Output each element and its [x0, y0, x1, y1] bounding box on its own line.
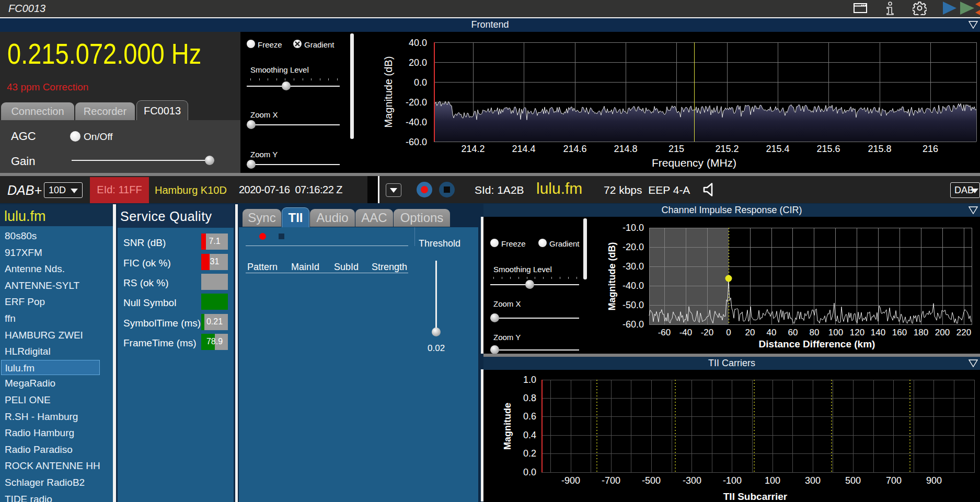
svg-text:100: 100 [828, 328, 843, 337]
svg-text:-100: -100 [723, 475, 742, 486]
svg-text:200: 200 [935, 328, 950, 337]
svg-text:-50.0: -50.0 [622, 300, 644, 310]
svg-text:Magnitude (dB): Magnitude (dB) [607, 242, 617, 311]
svg-text:-20: -20 [701, 328, 714, 337]
svg-text:0: 0 [726, 328, 731, 337]
svg-text:180: 180 [914, 328, 928, 337]
svg-text:-20.0: -20.0 [406, 97, 427, 108]
svg-text:120: 120 [850, 328, 864, 337]
svg-text:214.4: 214.4 [512, 144, 535, 154]
svg-text:-60.0: -60.0 [622, 319, 644, 330]
svg-text:215.6: 215.6 [816, 144, 840, 154]
svg-text:216: 216 [923, 144, 938, 154]
svg-text:1.0: 1.0 [523, 375, 536, 385]
svg-text:215.4: 215.4 [766, 144, 789, 154]
svg-text:214.2: 214.2 [461, 144, 485, 154]
svg-text:140: 140 [871, 328, 885, 337]
svg-text:160: 160 [892, 328, 907, 337]
svg-text:0.8: 0.8 [523, 393, 536, 403]
svg-text:60: 60 [788, 328, 798, 337]
svg-text:80: 80 [810, 328, 820, 337]
svg-text:40.0: 40.0 [409, 38, 427, 48]
svg-text:0.0: 0.0 [414, 77, 427, 88]
svg-text:214.6: 214.6 [563, 144, 586, 154]
svg-text:-700: -700 [602, 475, 620, 486]
svg-text:215.8: 215.8 [868, 144, 891, 154]
svg-text:0.4: 0.4 [523, 430, 536, 440]
svg-text:215: 215 [668, 144, 684, 154]
svg-text:500: 500 [845, 475, 861, 486]
svg-text:Distance Difference (km): Distance Difference (km) [759, 338, 875, 349]
svg-text:300: 300 [805, 475, 821, 486]
svg-text:900: 900 [926, 475, 942, 486]
svg-text:0.0: 0.0 [523, 467, 536, 477]
svg-text:-60.0: -60.0 [406, 137, 427, 147]
svg-text:-60: -60 [658, 328, 671, 337]
svg-text:-30.0: -30.0 [622, 261, 644, 272]
svg-text:20.0: 20.0 [409, 57, 427, 68]
svg-text:-10.0: -10.0 [622, 223, 644, 233]
svg-text:214.8: 214.8 [614, 144, 637, 154]
svg-text:Magnitude: Magnitude [502, 403, 513, 450]
svg-text:-300: -300 [683, 475, 701, 486]
svg-text:0.6: 0.6 [523, 411, 536, 422]
svg-text:-900: -900 [561, 475, 580, 486]
svg-text:-40: -40 [679, 328, 693, 337]
svg-text:-40.0: -40.0 [622, 281, 644, 291]
svg-text:0.2: 0.2 [523, 448, 536, 459]
svg-text:40: 40 [767, 328, 777, 337]
svg-text:100: 100 [765, 475, 780, 486]
svg-text:Magnitude (dB): Magnitude (dB) [383, 56, 394, 128]
svg-text:-40.0: -40.0 [406, 117, 427, 127]
svg-text:700: 700 [886, 475, 902, 486]
svg-text:20: 20 [745, 328, 755, 337]
svg-text:TII Subcarrier: TII Subcarrier [723, 491, 788, 502]
svg-text:-500: -500 [642, 475, 661, 486]
svg-text:215.2: 215.2 [715, 144, 739, 154]
svg-text:-20.0: -20.0 [622, 242, 644, 252]
svg-text:Frequency (MHz): Frequency (MHz) [652, 157, 736, 169]
svg-text:220: 220 [956, 328, 971, 337]
